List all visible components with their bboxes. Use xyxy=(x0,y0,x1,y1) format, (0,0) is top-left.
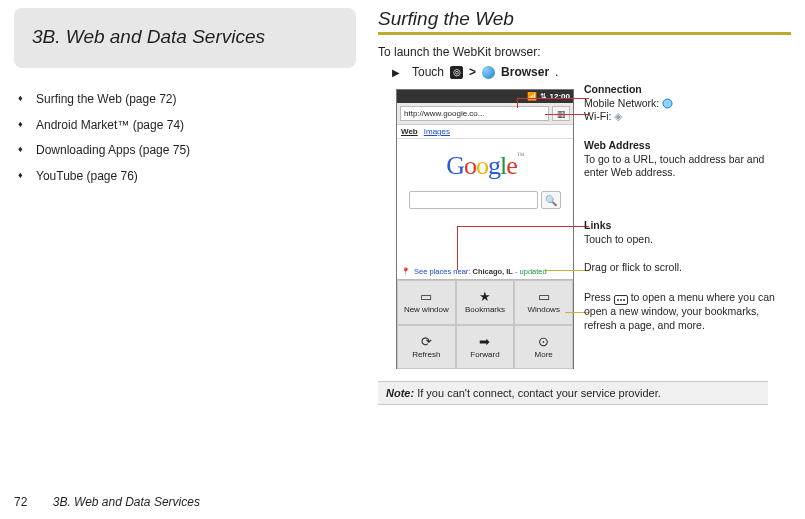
note-body: If you can't connect, contact your servi… xyxy=(414,387,661,399)
step-dot: . xyxy=(555,65,558,79)
places-line[interactable]: 📍 See places near: Chicago, IL - updated xyxy=(401,267,569,276)
app-launcher-icon: ◎ xyxy=(450,66,463,79)
star-icon: ★ xyxy=(479,290,491,303)
callout-line xyxy=(517,98,589,99)
anno-connection-title: Connection xyxy=(584,83,791,97)
wifi-icon: ◈ xyxy=(614,110,622,122)
anno-links-body: Touch to open. xyxy=(584,233,791,247)
menu-label: New window xyxy=(404,305,449,314)
toc-item[interactable]: Surfing the Web (page 72) xyxy=(36,92,356,108)
url-field[interactable]: http://www.google.co... xyxy=(400,106,549,121)
title-rule xyxy=(378,32,791,35)
search-input[interactable] xyxy=(409,191,538,209)
more-icon: ⊙ xyxy=(538,335,549,348)
search-button[interactable]: 🔍 xyxy=(541,191,561,209)
section-tab-title: 3B. Web and Data Services xyxy=(32,26,342,48)
intro-text: To launch the WebKit browser: xyxy=(378,45,791,59)
toc-item[interactable]: YouTube (page 76) xyxy=(36,169,356,185)
browser-content[interactable]: Google™ 🔍 📍 See places near: Chicago, IL… xyxy=(397,139,573,279)
note-box: Note: If you can't connect, contact your… xyxy=(378,381,768,405)
anno-wifi-label: Wi-Fi: xyxy=(584,110,611,122)
menu-label: Refresh xyxy=(412,350,440,359)
menu-more[interactable]: ⊙More xyxy=(514,325,573,370)
places-city: Chicago, IL xyxy=(472,267,512,276)
anno-menu-body-1: Press xyxy=(584,291,614,303)
anno-webaddr-body: To go to a URL, touch address bar and en… xyxy=(584,153,791,180)
new-window-icon: ▭ xyxy=(420,290,432,303)
step-arrow-icon: ▶ xyxy=(392,67,400,78)
refresh-icon: ⟳ xyxy=(421,335,432,348)
callout-line xyxy=(545,114,589,115)
note-label: Note: xyxy=(386,387,414,399)
mobile-network-icon xyxy=(662,98,673,109)
step-line: ▶ Touch ◎ > Browser. xyxy=(392,65,791,79)
toc-item[interactable]: Android Market™ (page 74) xyxy=(36,118,356,134)
menu-windows[interactable]: ▭Windows xyxy=(514,280,573,325)
anno-mobile-label: Mobile Network: xyxy=(584,97,659,109)
search-tabs: Web Images xyxy=(397,125,573,139)
browser-label: Browser xyxy=(501,65,549,79)
menu-new-window[interactable]: ▭New window xyxy=(397,280,456,325)
anno-webaddr-title: Web Address xyxy=(584,139,791,153)
menu-label: More xyxy=(535,350,553,359)
toc-list: Surfing the Web (page 72) Android Market… xyxy=(14,92,356,184)
browser-icon xyxy=(482,66,495,79)
anno-drag: Drag or flick to scroll. xyxy=(584,261,791,275)
section-tab: 3B. Web and Data Services xyxy=(14,8,356,68)
page-number: 72 xyxy=(14,495,27,509)
places-sep: - xyxy=(515,267,518,276)
signal-icon: 📶 xyxy=(527,93,537,101)
windows-icon: ▭ xyxy=(538,290,550,303)
menu-label: Forward xyxy=(470,350,499,359)
footer-crumb: 3B. Web and Data Services xyxy=(53,495,200,509)
step-gt: > xyxy=(469,65,476,79)
options-menu: ▭New window ★Bookmarks ▭Windows ⟳Refresh… xyxy=(397,279,573,369)
places-prefix: See places near: xyxy=(414,267,470,276)
pin-icon: 📍 xyxy=(401,267,410,276)
statusbar: 📶 ⇅ 12:00 xyxy=(397,90,573,103)
google-logo: Google™ xyxy=(403,151,567,181)
menu-key-icon xyxy=(614,295,628,305)
tab-web[interactable]: Web xyxy=(401,127,418,136)
status-time: 12:00 xyxy=(550,93,570,101)
annotations: Connection Mobile Network: Wi-Fi: ◈ Web … xyxy=(584,89,791,369)
callout-line xyxy=(517,98,518,108)
menu-bookmarks[interactable]: ★Bookmarks xyxy=(456,280,515,325)
page-footer: 72 3B. Web and Data Services xyxy=(14,495,200,509)
toc-item[interactable]: Downloading Apps (page 75) xyxy=(36,143,356,159)
section-title: Surfing the Web xyxy=(378,8,791,30)
anno-links-title: Links xyxy=(584,219,791,233)
menu-forward[interactable]: ➡Forward xyxy=(456,325,515,370)
forward-icon: ➡ xyxy=(479,335,490,348)
phone-screenshot: 📶 ⇅ 12:00 http://www.google.co... ▥ Web … xyxy=(396,89,574,369)
menu-label: Windows xyxy=(527,305,559,314)
places-updated: updated xyxy=(520,267,547,276)
menu-label: Bookmarks xyxy=(465,305,505,314)
data-icon: ⇅ xyxy=(540,93,547,101)
step-touch-label: Touch xyxy=(412,65,444,79)
svg-point-0 xyxy=(663,99,672,108)
menu-refresh[interactable]: ⟳Refresh xyxy=(397,325,456,370)
tab-images[interactable]: Images xyxy=(424,127,450,136)
